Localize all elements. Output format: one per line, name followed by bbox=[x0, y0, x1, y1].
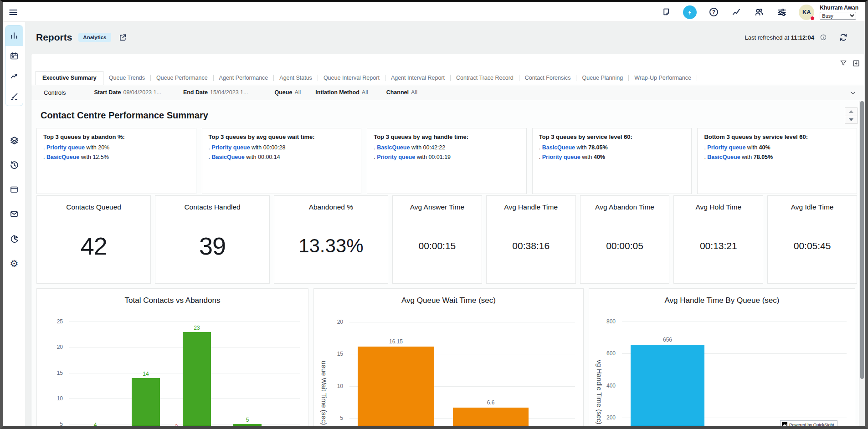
y-axis-label: ueue Wait Time (sec) bbox=[320, 361, 328, 426]
insight-card: Bottom 3 queues by service level 60:. Pr… bbox=[697, 128, 857, 194]
kpi-card-avg-abandon-time: Avg Abandon Time00:00:05 bbox=[580, 195, 670, 284]
queue-link[interactable]: Priority queue bbox=[542, 154, 580, 160]
triangle-up-icon bbox=[849, 110, 853, 113]
insight-value: 00:01:19 bbox=[428, 154, 451, 160]
tab-contract-trace-record[interactable]: Contract Trace Record bbox=[451, 72, 519, 85]
hamburger-menu-icon[interactable] bbox=[7, 6, 20, 19]
insight-cards-row: Top 3 queues by abandon %:. Priority que… bbox=[36, 128, 857, 194]
report-tabs: Executive SummaryQueue TrendsQueue Perfo… bbox=[31, 72, 864, 85]
chart-avg-queue-wait-time-sec-: Avg Queue Wait Time (sec)201510516.156.6… bbox=[313, 288, 584, 426]
queue-link[interactable]: BasicQueue bbox=[212, 154, 245, 160]
connector-text: with bbox=[410, 144, 423, 151]
kpi-card-abandoned-: Abandoned %13.33% bbox=[274, 195, 388, 284]
kpi-value: 42 bbox=[37, 196, 150, 283]
insight-card: Top 3 queues by abandon %:. Priority que… bbox=[36, 128, 196, 194]
status-select[interactable]: Busy bbox=[820, 12, 856, 20]
page-header: Reports Analytics Last refreshed at 11:1… bbox=[36, 27, 859, 47]
bar-14 bbox=[132, 378, 160, 426]
sidebar-item-line-chart[interactable] bbox=[5, 66, 23, 87]
tab-executive-summary[interactable]: Executive Summary bbox=[36, 71, 103, 85]
chart-total-contacts-vs-abandons: Total Contacts vs Abandons25201510541432… bbox=[36, 288, 308, 426]
queue-link[interactable]: Priority queue bbox=[212, 144, 250, 151]
sidebar-item-settings[interactable]: ⚙ bbox=[5, 254, 23, 272]
external-link-icon[interactable] bbox=[118, 33, 127, 42]
sheet-scroll-spinner bbox=[845, 107, 858, 124]
insight-value: 40% bbox=[759, 144, 770, 151]
bar-value-label: 16.15 bbox=[375, 338, 416, 345]
tab-queue-interval-report[interactable]: Queue Interval Report bbox=[318, 72, 385, 85]
status-dot bbox=[810, 16, 815, 20]
bar-value-label: 14 bbox=[125, 371, 166, 377]
controls-bar: Controls Start Date09/04/2023 1...End Da… bbox=[31, 85, 864, 100]
control-channel[interactable]: ChannelAll bbox=[386, 89, 417, 96]
spinner-down-button[interactable] bbox=[845, 116, 857, 124]
tab-agent-interval-report[interactable]: Agent Interval Report bbox=[385, 72, 450, 85]
kpi-card-avg-handle-time: Avg Handle Time00:38:16 bbox=[486, 195, 576, 284]
queue-link[interactable]: Priority queue bbox=[707, 144, 745, 151]
refresh-area: Last refreshed at 11:12:04 bbox=[745, 27, 848, 47]
filter-funnel-icon[interactable] bbox=[839, 59, 847, 67]
users-icon[interactable] bbox=[753, 6, 765, 18]
tab-agent-performance[interactable]: Agent Performance bbox=[214, 72, 274, 85]
info-icon[interactable] bbox=[820, 34, 827, 41]
control-queue[interactable]: QueueAll bbox=[274, 89, 301, 96]
control-value: All bbox=[294, 89, 301, 96]
insight-line: . BasicQueue with 78.05% bbox=[704, 154, 850, 160]
kpi-value: 13.33% bbox=[274, 196, 388, 283]
control-intiation-method[interactable]: Intiation MethodAll bbox=[315, 89, 368, 96]
tab-agent-status[interactable]: Agent Status bbox=[274, 72, 318, 85]
gridline bbox=[622, 322, 847, 322]
lightning-icon[interactable] bbox=[683, 5, 697, 19]
bullet-dot: . bbox=[209, 144, 212, 151]
y-tick-label: 20 bbox=[325, 319, 343, 325]
insight-value: 00:00:28 bbox=[263, 144, 286, 151]
dashboard-scrollbar[interactable] bbox=[859, 101, 864, 426]
sidebar-item-history[interactable] bbox=[5, 156, 23, 174]
insight-line: . Priority queue with 40% bbox=[704, 144, 850, 151]
control-end-date[interactable]: End Date15/04/2023 1... bbox=[183, 89, 248, 96]
spinner-up-button[interactable] bbox=[845, 108, 857, 116]
control-start-date[interactable]: Start Date09/04/2023 1... bbox=[94, 89, 161, 96]
sidebar-item-bar-chart[interactable] bbox=[5, 26, 23, 46]
insight-card-title: Top 3 queues by avg handle time: bbox=[374, 133, 520, 140]
insight-card: Top 3 queues by avg queue wait time:. Pr… bbox=[202, 128, 362, 194]
sidebar-item-layers[interactable] bbox=[5, 131, 23, 149]
powered-by-quicksight-badge: Powered by QuickSight bbox=[780, 420, 837, 429]
dashboard-panel: Executive SummaryQueue TrendsQueue Perfo… bbox=[31, 54, 864, 426]
avatar[interactable]: KA bbox=[799, 5, 814, 20]
sidebar-item-calendar[interactable] bbox=[5, 46, 23, 66]
note-icon[interactable] bbox=[660, 6, 672, 18]
metrics-icon[interactable] bbox=[730, 6, 742, 18]
queue-link[interactable]: BasicQueue bbox=[46, 154, 79, 160]
control-label: Intiation Method bbox=[315, 89, 360, 96]
sidebar-item-annotate-brush[interactable] bbox=[5, 87, 23, 107]
tab-wrap-up-performance[interactable]: Wrap-Up Performance bbox=[629, 72, 697, 85]
sidebar-item-pie-chart[interactable] bbox=[5, 230, 23, 248]
refresh-icon[interactable] bbox=[839, 33, 848, 42]
tab-queue-trends[interactable]: Queue Trends bbox=[103, 72, 150, 85]
queue-link[interactable]: BasicQueue bbox=[377, 144, 410, 151]
queue-link[interactable]: Priority queue bbox=[377, 154, 415, 160]
sidebar-item-mail[interactable] bbox=[5, 205, 23, 223]
control-label: Queue bbox=[274, 89, 292, 96]
bullet-dot: . bbox=[539, 144, 542, 151]
export-download-icon[interactable] bbox=[852, 59, 860, 67]
bar-6-6 bbox=[453, 408, 529, 426]
help-icon[interactable]: ? bbox=[708, 6, 719, 18]
insight-card-title: Bottom 3 queues by service level 60: bbox=[704, 133, 850, 140]
y-tick-label: 15 bbox=[45, 370, 63, 376]
sliders-icon[interactable] bbox=[776, 6, 788, 18]
connector-text: with bbox=[415, 154, 428, 160]
controls-chevron-down-icon[interactable] bbox=[849, 89, 857, 97]
tab-contact-forensics[interactable]: Contact Forensics bbox=[519, 72, 576, 85]
queue-link[interactable]: Priority queue bbox=[46, 144, 85, 151]
tab-queue-planning[interactable]: Queue Planning bbox=[576, 72, 628, 85]
scrollbar-thumb[interactable] bbox=[860, 101, 864, 379]
gridline bbox=[69, 322, 300, 322]
sidebar-item-window[interactable] bbox=[5, 180, 23, 199]
queue-link[interactable]: BasicQueue bbox=[707, 154, 740, 160]
queue-link[interactable]: BasicQueue bbox=[542, 144, 575, 151]
tab-queue-performance[interactable]: Queue Performance bbox=[151, 72, 213, 85]
connector-text: with bbox=[575, 144, 588, 151]
last-refreshed-prefix: Last refreshed at bbox=[745, 34, 789, 41]
